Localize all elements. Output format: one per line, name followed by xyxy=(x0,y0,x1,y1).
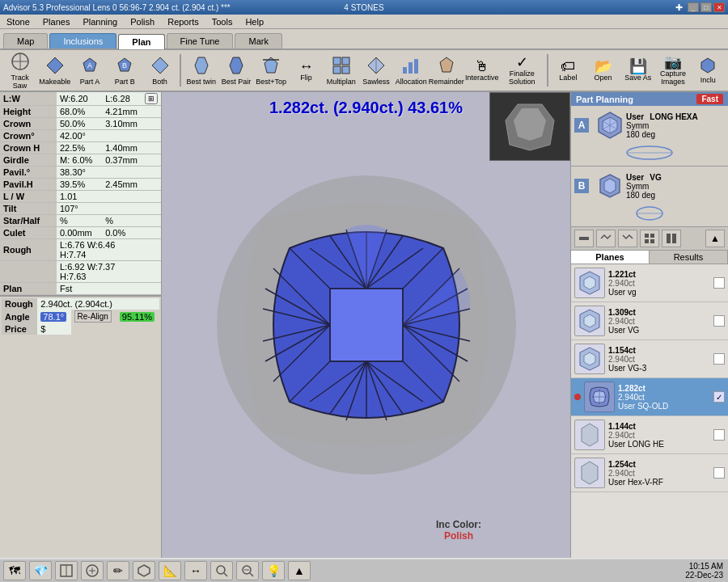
sol-check-5[interactable] xyxy=(713,429,725,441)
solution-item[interactable]: 1.144ct 2.940ct User LONG HE xyxy=(571,416,728,454)
track-saw-button[interactable]: Track Saw xyxy=(3,52,36,89)
solution-item[interactable]: 1.154ct 2.940ct User VG-3 xyxy=(571,340,728,378)
solution-item[interactable]: 1.221ct 2.940ct User vg xyxy=(571,264,728,302)
flip-button[interactable]: ↔ Flip xyxy=(290,52,323,89)
rt-btn-5[interactable] xyxy=(662,230,681,247)
task-btn-10[interactable] xyxy=(236,561,259,580)
task-btn-7[interactable]: 📐 xyxy=(159,561,181,580)
sol-thumb-4 xyxy=(584,382,615,412)
task-btn-5[interactable]: ✏ xyxy=(107,561,129,580)
sol-check-6[interactable] xyxy=(713,467,725,479)
center-area: 1.282ct. (2.940ct.) 43.61% xyxy=(162,92,570,558)
task-btn-4[interactable] xyxy=(81,561,104,580)
label-button[interactable]: 🏷 Label xyxy=(552,52,585,89)
solution-item[interactable]: 1.254ct 2.940ct User Hex-V-RF xyxy=(571,454,728,492)
svg-rect-53 xyxy=(330,289,403,361)
task-btn-1[interactable]: 🗺 xyxy=(3,561,26,580)
allocation-button[interactable]: Allocation xyxy=(395,52,428,89)
taskbar: 🗺 💎 ✏ 📐 ↔ 💡 ▲ 10:15 AM 22-Dec-23 xyxy=(0,558,728,582)
solution-item-selected[interactable]: 1.282ct 2.940ct User SQ-OLD ✓ xyxy=(571,378,728,416)
part-b-button[interactable]: B Part B xyxy=(108,52,142,89)
svg-marker-88 xyxy=(582,424,598,446)
rt-btn-3[interactable] xyxy=(618,230,637,247)
table-row: Crown 50.0% 3.10mm xyxy=(0,118,161,130)
sol-info-2: 1.309ct 2.940ct User VG xyxy=(608,308,710,335)
capture-button[interactable]: 📷 Capture Images xyxy=(656,52,689,89)
minimize-button[interactable]: _ xyxy=(688,2,699,12)
tab-planes[interactable]: Planes xyxy=(571,251,650,264)
tab-results[interactable]: Results xyxy=(650,251,728,264)
table-row: Price $ xyxy=(2,323,159,335)
menu-help[interactable]: Help xyxy=(242,16,267,27)
task-btn-nav[interactable]: ▲ xyxy=(288,561,311,580)
task-btn-9[interactable] xyxy=(210,561,233,580)
close-button[interactable]: ✕ xyxy=(713,2,725,12)
menu-reports[interactable]: Reports xyxy=(164,16,202,27)
sol-check-1[interactable] xyxy=(713,277,725,289)
re-align-button[interactable]: Re-Align xyxy=(74,310,112,323)
task-btn-3[interactable] xyxy=(55,561,78,580)
save-as-button[interactable]: 💾 Save As xyxy=(621,52,654,89)
titlebar-center: 4 STONES xyxy=(344,3,383,12)
task-btn-6[interactable] xyxy=(133,561,155,580)
table-row: L:6.92 W:7.37 H:7.63 xyxy=(0,261,161,283)
sol-thumb-2 xyxy=(574,306,605,336)
best-twin-label: Best twin xyxy=(187,78,217,86)
svg-rect-13 xyxy=(333,57,341,65)
gem-svg-container[interactable] xyxy=(213,171,520,479)
sol-check-3[interactable] xyxy=(713,353,725,365)
table-row: Star/Half % % xyxy=(0,215,161,227)
part-a-button[interactable]: A Part A xyxy=(73,52,106,89)
titlebar-title: Advisor 5.3 Professional Lens 0 56:96-7 … xyxy=(3,3,231,12)
best-pair-button[interactable]: Best Pair xyxy=(219,52,252,89)
toolbar: Track Saw Makeable A Part A B Part B Bot… xyxy=(0,50,728,92)
task-btn-11[interactable]: 💡 xyxy=(262,561,285,580)
both-button[interactable]: Both xyxy=(143,52,176,89)
part-a-outline-icon xyxy=(625,145,674,161)
svg-point-96 xyxy=(217,566,225,574)
best-twin-button[interactable]: Best twin xyxy=(184,52,218,89)
open-button[interactable]: 📂 Open xyxy=(586,52,620,89)
maximize-button[interactable]: □ xyxy=(700,2,712,12)
gem-display[interactable]: 1.282ct. (2.940ct.) 43.61% xyxy=(162,92,570,558)
rt-btn-2[interactable] xyxy=(596,230,616,247)
sawless-label: Sawless xyxy=(362,78,390,86)
sol-check-2[interactable] xyxy=(713,315,725,327)
sol-thumb-5 xyxy=(574,420,605,450)
menu-planes[interactable]: Planes xyxy=(40,16,74,27)
rt-btn-1[interactable] xyxy=(574,230,594,247)
svg-marker-25 xyxy=(514,108,546,141)
inclu-button[interactable]: Inclu xyxy=(692,52,725,89)
sawless-button[interactable]: Sawless xyxy=(359,52,392,89)
solution-item[interactable]: 1.309ct 2.940ct User VG xyxy=(571,302,728,340)
interactive-button[interactable]: 🖱 Interactive xyxy=(465,52,499,89)
menu-stone[interactable]: Stone xyxy=(3,16,33,27)
capture-label: Capture Images xyxy=(657,70,688,86)
multiplan-button[interactable]: Multiplan xyxy=(324,52,358,89)
lw-button[interactable]: ⊞ xyxy=(145,93,158,104)
svg-marker-22 xyxy=(440,57,453,72)
part-b-shape: VG xyxy=(650,173,661,182)
rt-collapse-btn[interactable]: ▲ xyxy=(705,230,725,247)
tab-fine-tune[interactable]: Fine Tune xyxy=(167,33,234,48)
menu-tools[interactable]: Tools xyxy=(209,16,236,27)
tab-inclusions[interactable]: Inclusions xyxy=(49,33,116,48)
svg-marker-95 xyxy=(138,565,150,576)
menu-polish[interactable]: Polish xyxy=(127,16,158,27)
solutions-list[interactable]: 1.221ct 2.940ct User vg 1.309ct 2.940ct … xyxy=(571,264,728,558)
makeable-button[interactable]: Makeable xyxy=(38,52,71,89)
multiplan-label: Multiplan xyxy=(327,78,356,86)
tab-mark[interactable]: Mark xyxy=(235,33,281,48)
finalize-button[interactable]: ✓ Finalize Solution xyxy=(501,52,544,89)
sol-check-4[interactable]: ✓ xyxy=(713,391,725,403)
best-top-button[interactable]: Best+Top xyxy=(255,52,288,89)
tab-map[interactable]: Map xyxy=(3,33,48,48)
remainder-button[interactable]: Remainder xyxy=(430,52,463,89)
rt-btn-4[interactable] xyxy=(640,230,659,247)
task-btn-2[interactable]: 💎 xyxy=(29,561,52,580)
right-panel: Part Planning Fast A User xyxy=(570,92,728,558)
menu-planning[interactable]: Planning xyxy=(79,16,121,27)
tab-plan[interactable]: Plan xyxy=(118,34,164,49)
task-btn-8[interactable]: ↔ xyxy=(184,561,207,580)
svg-rect-78 xyxy=(667,234,671,243)
